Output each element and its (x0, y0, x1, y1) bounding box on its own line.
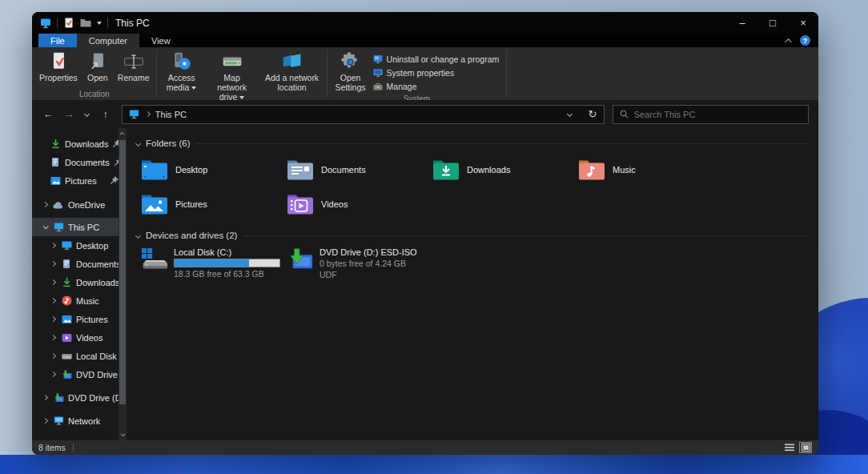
ribbon: Properties Open Rename Location (32, 47, 818, 100)
search-input[interactable] (634, 110, 802, 119)
sidebar-item-dvd-drive-child[interactable]: DVD Drive (D:) E (32, 365, 119, 384)
folder-tile-music[interactable]: Music (578, 155, 724, 184)
drive-tile-dvd[interactable]: DVD Drive (D:) ESD-ISO 0 bytes free of 4… (287, 247, 432, 279)
qat-customize-caret[interactable] (97, 22, 102, 25)
expand-chevron-icon[interactable] (42, 419, 49, 423)
up-icon[interactable]: ↑ (96, 108, 115, 120)
drives-section-header[interactable]: Devices and drives (2) (135, 228, 818, 243)
sidebar-item-documents[interactable]: Documents (32, 255, 119, 273)
maximize-button[interactable]: □ (757, 12, 788, 34)
sidebar-item-qa-downloads[interactable]: Downloads (32, 135, 119, 153)
scroll-up-icon[interactable] (119, 129, 127, 139)
open-settings-button[interactable]: Open Settings (330, 50, 372, 94)
documents-folder-icon (287, 159, 314, 181)
expand-chevron-icon[interactable] (50, 354, 57, 358)
sidebar-item-desktop[interactable]: Desktop (32, 236, 119, 255)
breadcrumb-path[interactable]: This PC (155, 110, 187, 119)
breadcrumb-chevron-icon[interactable] (145, 111, 151, 117)
refresh-icon[interactable]: ↻ (589, 108, 597, 120)
search-box[interactable] (613, 105, 810, 124)
sidebar-item-videos[interactable]: Videos (32, 328, 119, 347)
expand-chevron-icon[interactable] (50, 262, 57, 266)
expand-chevron-icon[interactable] (42, 203, 49, 207)
address-bar[interactable]: This PC ↻ (122, 105, 605, 124)
expand-chevron-icon[interactable] (50, 317, 57, 321)
navigation-bar: ← → ↑ This PC ↻ (32, 100, 818, 128)
expand-chevron-icon[interactable] (42, 396, 49, 400)
map-network-drive-icon (220, 50, 244, 73)
sidebar-item-qa-pictures[interactable]: Pictures (32, 171, 119, 190)
access-media-button[interactable]: Access media (159, 50, 204, 94)
expand-chevron-icon[interactable] (50, 299, 57, 303)
back-icon[interactable]: ← (38, 108, 58, 120)
capacity-bar-fill (175, 259, 249, 267)
expand-chevron-icon[interactable] (50, 243, 57, 247)
sidebar-item-onedrive[interactable]: OneDrive (32, 195, 119, 214)
qat-new-folder-icon[interactable] (80, 18, 91, 29)
status-bar: 8 items (32, 440, 818, 455)
map-network-drive-button[interactable]: Map network drive (204, 50, 260, 102)
tab-computer[interactable]: Computer (77, 34, 139, 47)
folder-tile-documents[interactable]: Documents (287, 155, 432, 184)
help-icon[interactable]: ? (800, 35, 810, 46)
minimize-button[interactable]: – (727, 12, 757, 34)
ribbon-separator2 (327, 50, 328, 98)
qat-properties-icon[interactable] (63, 18, 74, 29)
window-title: This PC (115, 18, 150, 29)
titlebar-separator (57, 18, 58, 28)
manage-button[interactable]: Manage (373, 80, 500, 93)
folder-tile-desktop[interactable]: Desktop (141, 155, 287, 184)
address-dropdown-icon[interactable] (563, 112, 577, 116)
recent-locations-icon[interactable] (80, 112, 94, 116)
manage-toolbox-icon (373, 82, 383, 91)
rename-button[interactable]: Rename (114, 50, 154, 84)
folder-tile-videos[interactable]: Videos (287, 189, 432, 219)
titlebar: This PC – □ × (32, 12, 818, 34)
group-label-location: Location (35, 89, 154, 100)
access-media-caret (191, 86, 196, 90)
expand-chevron-icon[interactable] (50, 372, 57, 376)
drive-tile-local-disk[interactable]: Local Disk (C:) 18.3 GB free of 63.3 GB (141, 247, 287, 279)
system-properties-button[interactable]: System properties (373, 66, 500, 79)
folders-section-header[interactable]: Folders (6) (135, 136, 818, 151)
folder-tile-pictures[interactable]: Pictures (141, 189, 287, 219)
section-collapse-icon[interactable] (135, 140, 141, 146)
collapse-chevron-icon[interactable] (42, 225, 49, 229)
properties-icon (46, 50, 70, 73)
open-button[interactable]: Open (82, 50, 114, 84)
details-view-icon[interactable] (783, 442, 796, 453)
window-controls: – □ × (727, 12, 818, 34)
pictures-icon (61, 314, 72, 325)
sidebar-item-dvd-drive[interactable]: DVD Drive (D:) ES (32, 388, 119, 407)
section-collapse-icon[interactable] (135, 232, 141, 238)
sidebar-item-this-pc[interactable]: This PC (32, 218, 119, 236)
expand-chevron-icon[interactable] (50, 335, 57, 339)
expand-chevron-icon[interactable] (50, 280, 57, 284)
sidebar-item-qa-documents[interactable]: Documents (32, 153, 119, 171)
forward-icon[interactable]: → (59, 108, 78, 120)
section-divider (196, 143, 807, 144)
local-disk-icon (61, 351, 72, 362)
scroll-down-icon[interactable] (119, 430, 127, 440)
sidebar-scrollbar[interactable] (119, 128, 127, 440)
sidebar-item-local-disk-c[interactable]: Local Disk (C:) (32, 347, 119, 365)
folder-tile-downloads[interactable]: Downloads (432, 155, 578, 184)
uninstall-program-button[interactable]: Uninstall or change a program (373, 53, 500, 66)
sidebar-item-music[interactable]: Music (32, 291, 119, 310)
properties-button[interactable]: Properties (35, 50, 82, 84)
system-properties-icon (373, 68, 383, 78)
tab-file[interactable]: File (38, 34, 77, 47)
tab-view[interactable]: View (139, 34, 183, 47)
thumbnail-view-icon[interactable] (799, 442, 812, 453)
add-network-location-button[interactable]: Add a network location (260, 50, 324, 94)
sidebar-item-network[interactable]: Network (32, 412, 119, 430)
downloads-folder-icon (432, 159, 460, 181)
sidebar-item-downloads[interactable]: Downloads (32, 273, 119, 291)
settings-gear-icon (339, 50, 363, 73)
ribbon-separator (156, 50, 157, 98)
onedrive-cloud-icon (53, 199, 64, 211)
scrollbar-thumb[interactable] (119, 140, 126, 404)
sidebar-item-pictures[interactable]: Pictures (32, 310, 119, 328)
collapse-ribbon-icon[interactable] (785, 38, 791, 45)
close-button[interactable]: × (788, 12, 818, 34)
